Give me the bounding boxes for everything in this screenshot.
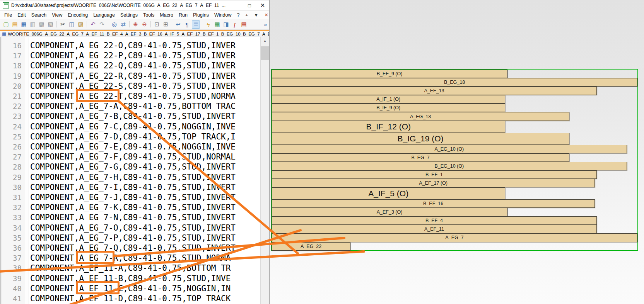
code-line[interactable]: COMPONENT,A_EG_22-T,C89-41-0.75,STUD,NOR… [30,91,236,101]
menu-search[interactable]: Search [29,12,50,18]
code-line[interactable]: COMPONENT,A_EG_7-P,C89-41-0.75,STUD,INVE… [30,233,236,243]
menu-view[interactable]: View [49,12,65,18]
save-all-icon[interactable]: ▩ [38,20,46,29]
new-file-icon[interactable]: ▢ [2,20,10,29]
document-map-icon[interactable]: ▦ [213,20,221,29]
indent-guides-icon[interactable]: ≣ [192,20,200,29]
panel-bar-B_EG_18: B_EG_18 [272,78,637,87]
save-icon[interactable]: ▦ [20,20,28,29]
scrollbar-thumb[interactable] [261,46,269,60]
code-line[interactable]: COMPONENT,A_EG_7-C,C89-41-0.75,NOGGIN,IN… [30,122,236,132]
diagram-row: A_IF_5 (O) [272,187,637,199]
open-file-icon[interactable]: ▤ [11,20,19,29]
line-number: 33 [13,212,22,222]
maximize-button[interactable]: □ [243,1,256,10]
title-bar[interactable]: D:\vxbd\au\30\shared\projects\WOORITE_00… [0,0,269,11]
restore-windows-icon[interactable]: ⊡ [153,20,161,29]
paste-icon[interactable]: ▨ [77,20,85,29]
menu-macro[interactable]: Macro [157,12,176,18]
code-line[interactable]: COMPONENT,A_EG_7-O,C89-41-0.75,STUD,INVE… [30,223,236,233]
function-list-icon[interactable]: ƒ [231,20,239,29]
menu-settings[interactable]: Settings [118,12,140,18]
code-line[interactable]: COMPONENT,A_EG_7-D,C89-41-0.75,TOP TRACK… [30,132,236,142]
menu-tools[interactable]: Tools [140,12,157,18]
code-line[interactable]: COMPONENT,A_EG_7-H,C89-41-0.75,STUD,INVE… [30,172,236,182]
code-line[interactable]: COMPONENT,A_EG_7-B,C89-41-0.75,STUD,INVE… [30,111,236,121]
close-doc-button[interactable]: ✕ [261,12,272,18]
code-line[interactable]: COMPONENT,A_EG_7-F,C89-41-0.75,STUD,NORM… [30,152,236,162]
code-line[interactable]: COMPONENT,A_EG_22-O,C89-41-0.75,STUD,INV… [30,41,236,51]
panel-bar-A_EF_11: A_EF_11 [272,225,597,233]
diagram-row: B_EG_7 [272,153,637,162]
toolbar-separator [150,21,151,27]
code-line[interactable]: COMPONENT,A_EG_7-I,C89-41-0.75,STUD,INVE… [30,182,236,192]
cut-icon[interactable]: ✂ [59,20,67,29]
line-number: 17 [13,51,22,61]
text-content[interactable]: COMPONENT,A_EG_22-O,C89-41-0.75,STUD,INV… [29,37,261,304]
code-line[interactable]: COMPONENT,A_EG_22-P,C89-41-0.75,STUD,INV… [30,51,236,61]
undo-icon[interactable]: ↶ [89,20,97,29]
save-copy-icon[interactable]: ▥ [29,20,37,29]
print-icon[interactable]: ▧ [46,20,55,29]
find-icon[interactable]: ◎ [110,20,118,29]
folder-workspace-icon[interactable]: ▤ [240,20,248,29]
code-line[interactable]: COMPONENT,A_EF_11-D,C89-41-0.75,TOP TRAC… [30,294,231,304]
menu-?[interactable]: ? [234,12,242,18]
tile-windows-icon[interactable]: ⊞ [162,20,170,29]
panel-bar-B_IG_19: B_IG_19 (O) [272,133,569,145]
code-line[interactable]: COMPONENT,A_EG_22-Q,C89-41-0.75,STUD,INV… [30,61,236,71]
new-tab-button[interactable]: + [242,13,251,17]
diagram-row: A_EG_7 [272,233,637,242]
code-line[interactable]: COMPONENT,A_EG_7-G,C89-41-0.75,STUD,INVE… [30,162,236,172]
panel-bar-A_IF_5: A_IF_5 (O) [272,187,505,199]
code-line[interactable]: COMPONENT,A_EF_11-C,C89-41-0.75,NOGGIN,I… [30,284,231,294]
editor-area[interactable]: 1617181920212223242526272829303132333435… [0,37,269,304]
menu-edit[interactable]: Edit [15,12,29,18]
menu-encoding[interactable]: Encoding [65,12,91,18]
code-line[interactable]: COMPONENT,A_EG_7-K,C89-41-0.75,STUD,INVE… [30,202,236,212]
toolbar-separator [129,21,130,27]
replace-icon[interactable]: ⇄ [119,20,127,29]
menu-plugins[interactable]: Plugins [190,12,212,18]
code-line[interactable]: COMPONENT,A_EG_22-R,C89-41-0.75,STUD,INV… [30,71,236,81]
word-wrap-icon[interactable]: ↩ [174,20,182,29]
bookmark-margin [25,37,29,304]
minimize-button[interactable]: — [230,1,243,10]
diagram-row: B_IG_19 (O) [272,133,637,145]
code-line[interactable]: COMPONENT,A_EG_22-S,C89-41-0.75,STUD,INV… [30,81,236,91]
zoom-in-icon[interactable]: ⊕ [132,20,140,29]
panel-bar-A_EF_13: A_EF_13 [272,87,597,95]
close-button[interactable]: ✕ [256,1,269,10]
panel-bar-A_IF_1: A_IF_1 (O) [272,95,505,104]
panel-bar-label: B_EG_10 (O) [434,163,464,169]
toolbar-separator [56,21,57,27]
menu-window[interactable]: Window [212,12,234,18]
menu-run[interactable]: Run [176,12,190,18]
toolbar-overflow-chevron[interactable]: » [264,22,267,27]
vertical-scrollbar[interactable]: ▲ [260,37,269,304]
code-line[interactable]: COMPONENT,A_EG_7-A,C89-41-0.75,BOTTOM TR… [30,101,236,111]
menu-language[interactable]: Language [91,12,118,18]
copy-icon[interactable]: ◫ [68,20,76,29]
code-line[interactable]: COMPONENT,A_EG_7-E,C89-41-0.75,NOGGIN,IN… [30,142,236,152]
code-line[interactable]: COMPONENT,A_EF_11-A,C89-41-0.75,BOTTOM T… [30,263,231,273]
scroll-up-arrow[interactable]: ▲ [261,37,269,45]
code-line[interactable]: COMPONENT,A_EG_7-N,C89-41-0.75,STUD,INVE… [30,212,236,222]
redo-icon[interactable]: ↷ [98,20,106,29]
panel-bar-label: A_IF_5 (O) [368,189,408,198]
code-line[interactable]: COMPONENT,A_EF_11-B,C89-41-0.75,STUD,INV… [30,273,231,284]
code-line[interactable]: COMPONENT,A_EG_7-J,C89-41-0.75,STUD,INVE… [30,192,236,202]
line-number: 22 [13,101,22,111]
show-all-chars-icon[interactable]: ¶ [183,20,191,29]
saved-file-icon: ▦ [2,31,6,37]
zoom-out-icon[interactable]: ⊖ [140,20,149,29]
code-line[interactable]: COMPONENT,A_EG_7-R,C89-41-0.75,STUD,NORM… [30,253,231,263]
panel-bar-label: B_EG_18 [444,80,465,85]
line-number: 35 [13,233,22,243]
tab-list-button[interactable]: ▼ [251,13,261,17]
menu-file[interactable]: File [2,12,15,18]
code-line[interactable]: COMPONENT,A_EG_7-Q,C89-41-0.75,STUD,INVE… [30,243,236,253]
doc-switcher-icon[interactable]: ◨ [222,20,230,29]
run-macro-icon[interactable]: ϟ [204,20,212,29]
line-number: 19 [13,71,22,81]
